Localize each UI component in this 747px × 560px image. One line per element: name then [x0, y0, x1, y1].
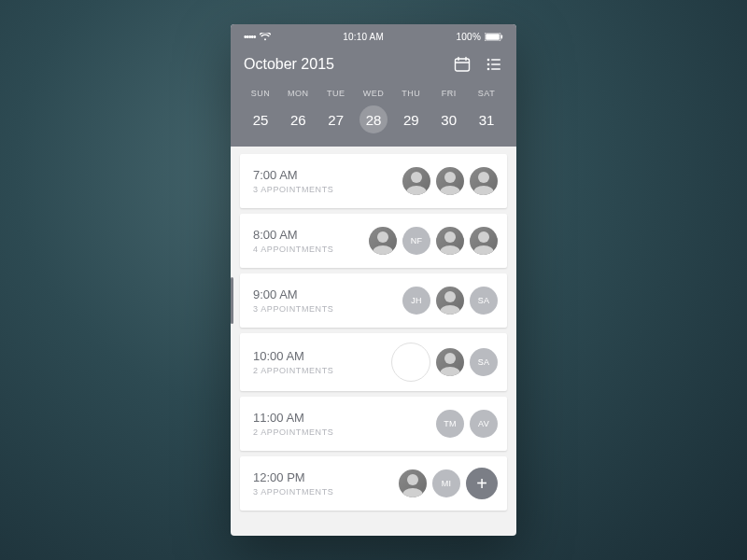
avatar[interactable]	[436, 287, 464, 315]
slot-time: 10:00 AM	[253, 349, 333, 363]
time-slot[interactable]: 12:00 PM3 APPOINTMENTSMI+	[240, 456, 507, 511]
day-tue[interactable]: TUE27	[319, 89, 353, 133]
avatar-initials[interactable]: SA	[470, 287, 498, 315]
day-wed[interactable]: WED28	[357, 89, 390, 133]
header: ••••• 10:10 AM 100% October 2015	[231, 24, 516, 147]
avatar-initials[interactable]: AV	[470, 410, 498, 438]
slot-time: 11:00 AM	[253, 411, 333, 425]
avatar-group: MI+	[399, 468, 498, 499]
appointment-list: 7:00 AM3 APPOINTMENTS8:00 AM4 APPOINTMEN…	[231, 147, 516, 520]
day-number: 27	[322, 105, 350, 133]
day-sun[interactable]: SUN25	[244, 89, 277, 133]
slot-info: 8:00 AM4 APPOINTMENTS	[253, 228, 333, 254]
wifi-icon	[260, 33, 271, 41]
avatar[interactable]	[399, 469, 427, 497]
status-bar: ••••• 10:10 AM 100%	[244, 32, 503, 42]
svg-rect-11	[491, 63, 500, 65]
status-time: 10:10 AM	[343, 32, 384, 42]
avatar[interactable]	[369, 227, 397, 255]
empty-avatar[interactable]	[391, 343, 430, 382]
list-icon[interactable]	[485, 55, 503, 74]
day-fri[interactable]: FRI30	[432, 89, 466, 133]
signal-dots: •••••	[244, 32, 256, 42]
svg-rect-2	[500, 35, 502, 39]
battery-pct: 100%	[457, 32, 481, 42]
day-number: 29	[397, 105, 425, 133]
day-number: 28	[359, 105, 388, 133]
day-label: FRI	[442, 89, 457, 98]
day-number: 31	[472, 105, 500, 133]
avatar[interactable]	[470, 227, 498, 255]
avatar-initials[interactable]: NF	[402, 227, 430, 255]
avatar[interactable]	[436, 348, 464, 376]
day-label: MON	[288, 89, 309, 98]
phone-frame: ••••• 10:10 AM 100% October 2015	[231, 24, 516, 536]
slot-info: 10:00 AM2 APPOINTMENTS	[253, 349, 333, 375]
slot-count: 3 APPOINTMENTS	[253, 487, 333, 497]
avatar-group: NF	[369, 227, 498, 255]
avatar-group	[402, 167, 498, 195]
slot-time: 9:00 AM	[253, 287, 333, 301]
add-button[interactable]: +	[466, 468, 498, 499]
calendar-icon[interactable]	[453, 55, 472, 74]
slot-count: 3 APPOINTMENTS	[253, 185, 333, 194]
time-slot[interactable]: 10:00 AM2 APPOINTMENTSSA	[240, 333, 507, 391]
day-label: SAT	[478, 89, 495, 98]
slot-info: 7:00 AM3 APPOINTMENTS	[253, 168, 333, 194]
avatar-initials[interactable]: JH	[402, 287, 430, 315]
avatar[interactable]	[436, 227, 464, 255]
svg-rect-12	[491, 68, 500, 70]
day-label: SUN	[251, 89, 271, 98]
slot-time: 12:00 PM	[253, 470, 333, 484]
svg-point-7	[487, 59, 490, 62]
battery-icon	[485, 33, 503, 41]
time-slot[interactable]: 11:00 AM2 APPOINTMENTSTMAV	[240, 397, 507, 451]
avatar-group: SA	[391, 343, 498, 382]
time-slot[interactable]: 9:00 AM3 APPOINTMENTSJHSA	[240, 273, 507, 328]
slot-info: 11:00 AM2 APPOINTMENTS	[253, 411, 333, 437]
svg-point-8	[487, 63, 490, 66]
slot-count: 4 APPOINTMENTS	[253, 245, 333, 254]
slot-time: 7:00 AM	[253, 168, 333, 182]
day-number: 30	[435, 105, 463, 133]
day-label: THU	[402, 89, 420, 98]
slot-count: 2 APPOINTMENTS	[253, 366, 333, 375]
avatar[interactable]	[402, 167, 430, 195]
avatar-group: JHSA	[402, 287, 498, 315]
avatar[interactable]	[470, 167, 498, 195]
month-title: October 2015	[244, 56, 334, 73]
day-number: 26	[284, 105, 312, 133]
slot-info: 12:00 PM3 APPOINTMENTS	[253, 470, 333, 497]
avatar-group: TMAV	[436, 410, 498, 438]
avatar-initials[interactable]: TM	[436, 410, 464, 438]
day-mon[interactable]: MON26	[281, 89, 315, 133]
day-number: 25	[247, 105, 275, 133]
day-label: TUE	[327, 89, 345, 98]
avatar[interactable]	[436, 167, 464, 195]
time-slot[interactable]: 8:00 AM4 APPOINTMENTSNF	[240, 214, 507, 268]
slot-count: 3 APPOINTMENTS	[253, 304, 333, 314]
slot-info: 9:00 AM3 APPOINTMENTS	[253, 287, 333, 314]
day-label: WED	[363, 89, 385, 98]
svg-rect-10	[491, 59, 500, 61]
time-slot[interactable]: 7:00 AM3 APPOINTMENTS	[240, 154, 507, 208]
slot-count: 2 APPOINTMENTS	[253, 427, 333, 437]
day-sat[interactable]: SAT31	[470, 89, 503, 133]
slot-time: 8:00 AM	[253, 228, 333, 242]
avatar-initials[interactable]: MI	[432, 469, 460, 497]
avatar-initials[interactable]: SA	[470, 348, 498, 376]
day-thu[interactable]: THU29	[394, 89, 428, 133]
svg-rect-3	[456, 59, 470, 71]
svg-rect-1	[486, 34, 500, 40]
svg-point-9	[487, 68, 490, 71]
week-row: SUN25MON26TUE27WED28THU29FRI30SAT31	[244, 89, 503, 133]
